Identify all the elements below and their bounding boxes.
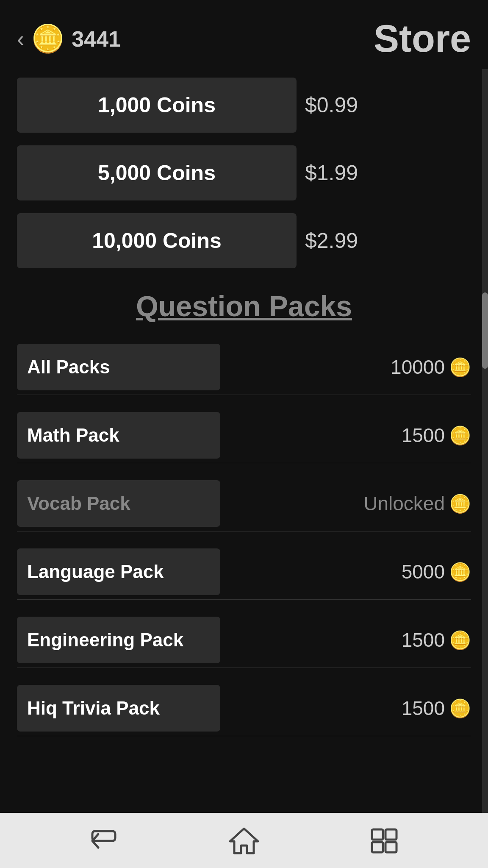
language-pack-price: 5000 🪙 bbox=[229, 560, 471, 583]
all-packs-button[interactable]: All Packs bbox=[17, 344, 220, 390]
buy-5000-coins-button[interactable]: 5,000 Coins bbox=[17, 145, 297, 200]
scrollbar-thumb[interactable] bbox=[482, 292, 488, 369]
engineering-pack-button[interactable]: Engineering Pack bbox=[17, 617, 220, 663]
hiq-pack-price: 1500 🪙 bbox=[229, 697, 471, 720]
back-button[interactable]: ‹ bbox=[17, 26, 24, 52]
math-pack-price-value: 1500 bbox=[402, 424, 445, 447]
language-pack-coin-icon: 🪙 bbox=[449, 562, 471, 582]
price-1000-coins: $0.99 bbox=[305, 93, 358, 117]
coin-icon: 🪙 bbox=[31, 23, 65, 55]
all-packs-price-value: 10000 bbox=[391, 356, 445, 378]
purchase-row-10000: 10,000 Coins $2.99 bbox=[17, 213, 471, 268]
math-pack-coin-icon: 🪙 bbox=[449, 425, 471, 446]
windows-nav-icon bbox=[369, 827, 399, 854]
hiq-trivia-pack-button[interactable]: Hiq Trivia Pack bbox=[17, 685, 220, 732]
scrollbar-track bbox=[482, 69, 488, 813]
pack-row-engineering: Engineering Pack 1500 🪙 bbox=[17, 612, 471, 668]
vocab-pack-status-value: Unlocked bbox=[363, 492, 445, 515]
svg-rect-1 bbox=[372, 829, 383, 840]
nav-windows-button[interactable] bbox=[369, 827, 399, 854]
home-nav-icon bbox=[229, 827, 259, 854]
hiq-pack-price-value: 1500 bbox=[402, 697, 445, 720]
pack-row-vocab: Vocab Pack Unlocked 🪙 bbox=[17, 476, 471, 531]
main-content: 1,000 Coins $0.99 5,000 Coins $1.99 10,0… bbox=[0, 69, 488, 736]
vocab-pack-button[interactable]: Vocab Pack bbox=[17, 480, 220, 527]
price-5000-coins: $1.99 bbox=[305, 161, 358, 185]
engineering-pack-price-value: 1500 bbox=[402, 629, 445, 651]
pack-row-math: Math Pack 1500 🪙 bbox=[17, 408, 471, 463]
math-pack-button[interactable]: Math Pack bbox=[17, 412, 220, 459]
buy-10000-coins-button[interactable]: 10,000 Coins bbox=[17, 213, 297, 268]
engineering-pack-price: 1500 🪙 bbox=[229, 629, 471, 651]
pack-row-hiq: Hiq Trivia Pack 1500 🪙 bbox=[17, 681, 471, 736]
svg-rect-2 bbox=[385, 829, 396, 840]
header-left: ‹ 🪙 3441 bbox=[17, 23, 121, 55]
nav-home-button[interactable] bbox=[229, 827, 259, 854]
navigation-bar bbox=[0, 813, 488, 868]
all-packs-coin-icon: 🪙 bbox=[449, 357, 471, 378]
price-10000-coins: $2.99 bbox=[305, 228, 358, 253]
language-pack-price-value: 5000 bbox=[402, 560, 445, 583]
svg-marker-0 bbox=[230, 829, 258, 853]
all-packs-price: 10000 🪙 bbox=[229, 356, 471, 378]
vocab-pack-coin-icon: 🪙 bbox=[449, 493, 471, 514]
nav-back-button[interactable] bbox=[89, 829, 119, 852]
page-title: Store bbox=[374, 17, 471, 61]
language-pack-button[interactable]: Language Pack bbox=[17, 548, 220, 595]
svg-rect-4 bbox=[385, 842, 396, 852]
pack-row-all: All Packs 10000 🪙 bbox=[17, 339, 471, 395]
header: ‹ 🪙 3441 Store bbox=[0, 0, 488, 69]
engineering-pack-coin-icon: 🪙 bbox=[449, 630, 471, 651]
question-packs-heading: Question Packs bbox=[17, 289, 471, 323]
purchase-row-5000: 5,000 Coins $1.99 bbox=[17, 145, 471, 200]
back-nav-icon bbox=[89, 829, 119, 852]
svg-rect-3 bbox=[372, 842, 383, 852]
math-pack-price: 1500 🪙 bbox=[229, 424, 471, 447]
coin-count: 3441 bbox=[72, 26, 121, 52]
main-scroll-area: 1,000 Coins $0.99 5,000 Coins $1.99 10,0… bbox=[0, 69, 488, 813]
hiq-pack-coin-icon: 🪙 bbox=[449, 698, 471, 719]
pack-row-language: Language Pack 5000 🪙 bbox=[17, 544, 471, 600]
vocab-pack-status: Unlocked 🪙 bbox=[229, 492, 471, 515]
buy-1000-coins-button[interactable]: 1,000 Coins bbox=[17, 78, 297, 133]
purchase-row-1000: 1,000 Coins $0.99 bbox=[17, 78, 471, 133]
scroll-content[interactable]: 1,000 Coins $0.99 5,000 Coins $1.99 10,0… bbox=[0, 69, 488, 813]
